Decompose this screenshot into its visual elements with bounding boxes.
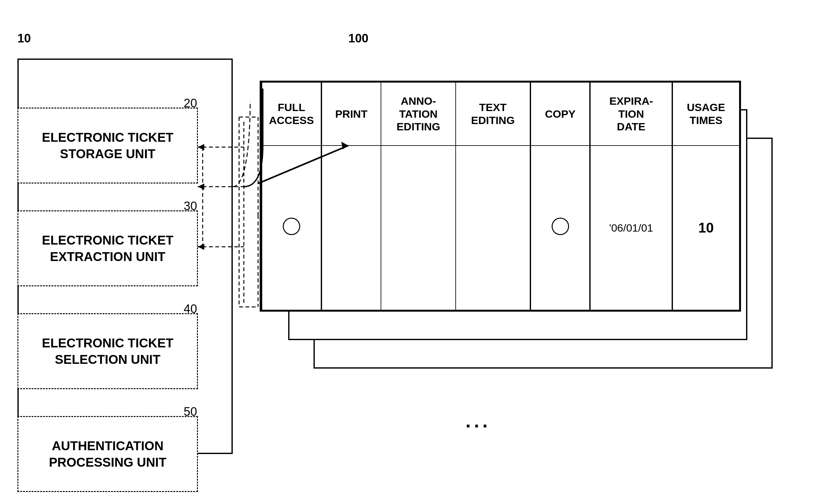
cell-print bbox=[321, 146, 381, 310]
col-expiration: EXPIRA-TIONDATE bbox=[590, 82, 672, 146]
unit-30-box: ELECTRONIC TICKETEXTRACTION UNIT bbox=[17, 210, 198, 286]
circle-full-access bbox=[283, 218, 300, 235]
col-full-access: FULLACCESS bbox=[262, 82, 321, 146]
diagram: 10 20 ELECTRONIC TICKETSTORAGE UNIT 30 E… bbox=[0, 0, 817, 504]
col-usage-times: USAGETIMES bbox=[672, 82, 739, 146]
circle-copy bbox=[552, 218, 569, 235]
col-annotation: ANNO-TATIONEDITING bbox=[381, 82, 456, 146]
cell-full-access bbox=[262, 146, 321, 310]
cell-usage-times: 10 bbox=[672, 146, 739, 310]
device-10-label: 10 bbox=[17, 32, 31, 45]
cell-copy bbox=[530, 146, 590, 310]
unit-50-label: AUTHENTICATIONPROCESSING UNIT bbox=[46, 434, 169, 474]
cell-text-editing bbox=[456, 146, 530, 310]
cell-expiration: '06/01/01 bbox=[590, 146, 672, 310]
unit-40-label: ELECTRONIC TICKETSELECTION UNIT bbox=[39, 332, 177, 371]
ellipsis: ... bbox=[465, 410, 491, 432]
unit-50-box: AUTHENTICATIONPROCESSING UNIT bbox=[17, 416, 198, 492]
ticket-table: FULLACCESS PRINT ANNO-TATIONEDITING TEXT… bbox=[261, 82, 740, 310]
unit-20-box: ELECTRONIC TICKETSTORAGE UNIT bbox=[17, 108, 198, 184]
cell-annotation bbox=[381, 146, 456, 310]
ticket-stack: FULLACCESS PRINT ANNO-TATIONEDITING TEXT… bbox=[260, 49, 798, 476]
device-100-label: 100 bbox=[348, 32, 368, 45]
col-copy: COPY bbox=[530, 82, 590, 146]
unit-20-label: ELECTRONIC TICKETSTORAGE UNIT bbox=[39, 126, 177, 165]
unit-30-label: ELECTRONIC TICKETEXTRACTION UNIT bbox=[39, 229, 177, 268]
unit-40-box: ELECTRONIC TICKETSELECTION UNIT bbox=[17, 313, 198, 389]
col-text-editing: TEXTEDITING bbox=[456, 82, 530, 146]
ticket-card-1: FULLACCESS PRINT ANNO-TATIONEDITING TEXT… bbox=[260, 81, 741, 312]
col-print: PRINT bbox=[321, 82, 381, 146]
